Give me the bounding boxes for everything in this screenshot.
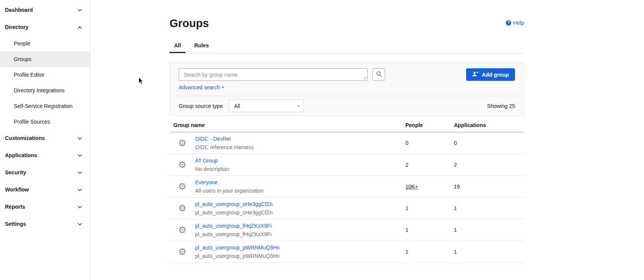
group-description: All users in your organization [195,187,405,195]
group-name-link[interactable]: pl_auto_usergroup_sHe3ggCfZn [195,200,405,208]
gear-icon: ⚙ [178,138,187,148]
filter-row: Group source type All ▾ Showing 25 [170,96,524,116]
group-name-cell: pl_auto_usergroup_pWRNMuQ3Hn pl_auto_use… [195,243,405,260]
caret-down-icon: ▾ [297,104,299,108]
sidebar-item-settings[interactable]: Settings [0,216,90,233]
group-name-cell: pl_auto_usergroup_sHe3ggCfZn pl_auto_use… [195,200,405,217]
chevron-down-icon [77,188,82,191]
group-name-cell: Everyone All users in your organization [195,178,405,195]
sidebar-item-label: Customizations [5,135,45,142]
people-count: 2 [405,162,454,168]
sidebar-item-label: Applications [5,152,37,159]
column-header-group-name: Group name [169,122,405,128]
help-label: Help [513,20,524,26]
add-group-label: Add group [482,72,509,78]
column-header-people: People [405,122,454,128]
gear-icon: ⚙ [178,160,187,169]
search-row: Add group Advanced search ▾ [170,63,524,96]
table-header-row: Group name People Applications [169,119,524,132]
search-input-wrap [179,68,368,81]
sidebar-item-label: Reports [5,203,25,211]
sidebar-item-applications[interactable]: Applications [0,147,90,164]
groups-page: Dashboard Directory People Groups Profil… [0,0,644,280]
tab-all[interactable]: All [169,42,186,53]
search-icon [376,71,382,78]
group-description: OIDC reference Harness [195,143,405,151]
chevron-down-icon [77,137,82,140]
sidebar-item-label: Dashboard [5,6,33,14]
sidebar-item-directory[interactable]: Directory [0,19,90,36]
group-source-type-select[interactable]: All ▾ [229,100,303,112]
group-icon: ⚙ [169,204,195,213]
sidebar-item-people[interactable]: People [0,36,90,51]
table-row: ⚙ Everyone All users in your organizatio… [169,176,524,198]
groups-table: Group name People Applications ⚙ OIDC - … [169,119,524,263]
chevron-up-icon [77,26,82,29]
group-name-link[interactable]: pl_auto_usergroup_pWRNMuQ3Hn [195,243,405,252]
people-count: 1 [405,249,454,255]
sidebar-item-customizations[interactable]: Customizations [0,130,90,147]
chevron-down-icon [77,223,82,226]
gear-icon: ⚙ [178,225,187,235]
applications-count: 1 [454,205,524,211]
advanced-search-link[interactable]: Advanced search ▾ [179,84,224,90]
table-row: ⚙ pl_auto_usergroup_pWRNMuQ3Hn pl_auto_u… [169,241,524,263]
people-count-link[interactable]: 10K+ [405,183,418,190]
gear-icon: ⚙ [178,182,187,191]
sidebar-item-security[interactable]: Security [0,164,90,181]
advanced-search-label: Advanced search [179,84,220,90]
add-group-button[interactable]: Add group [466,68,515,81]
group-description: No description [195,165,405,173]
mouse-cursor [138,77,144,87]
sidebar-item-profile-sources[interactable]: Profile Sources [0,114,90,130]
main-content: ? Help Groups All Rules Add group [169,0,524,280]
sidebar-item-label: Directory [5,24,28,31]
column-header-applications: Applications [454,122,524,128]
group-name-link[interactable]: Everyone [195,178,405,187]
help-link[interactable]: ? Help [506,20,524,26]
group-name-link[interactable]: pl_auto_usergroup_fHqZKzX9Fi [195,222,405,230]
sidebar-item-groups[interactable]: Groups [0,51,90,67]
help-icon: ? [506,20,511,26]
gear-icon: ⚙ [178,247,187,256]
table-row: ⚙ pl_auto_usergroup_sHe3ggCfZn pl_auto_u… [169,198,524,219]
group-name-link[interactable]: AT Group [195,156,405,165]
group-name-cell: pl_auto_usergroup_fHqZKzX9Fi pl_auto_use… [195,222,405,238]
group-name-link[interactable]: OIDC - DevRel [195,135,405,143]
sidebar: Dashboard Directory People Groups Profil… [0,0,90,280]
group-description: pl_auto_usergroup_sHe3ggCfZn [195,208,405,217]
group-description: pl_auto_usergroup_pWRNMuQ3Hn [195,252,405,260]
group-name-cell: AT Group No description [195,156,405,173]
table-row: ⚙ pl_auto_usergroup_fHqZKzX9Fi pl_auto_u… [169,219,524,241]
applications-count: 19 [454,183,524,190]
add-user-icon [472,71,479,78]
sidebar-item-profile-editor[interactable]: Profile Editor [0,67,90,83]
tab-bar: All Rules [169,42,524,53]
sidebar-item-label: Workflow [5,186,29,193]
chevron-down-icon [77,206,82,209]
table-row: ⚙ OIDC - DevRel OIDC reference Harness 0… [169,132,524,154]
sidebar-item-reports[interactable]: Reports [0,198,90,216]
sidebar-item-workflow[interactable]: Workflow [0,181,90,198]
sidebar-item-dashboard[interactable]: Dashboard [0,2,90,19]
group-icon: ⚙ [169,225,195,235]
applications-count: 1 [454,249,524,255]
caret-down-icon: ▾ [222,85,224,89]
applications-count: 0 [454,140,524,146]
group-name-cell: OIDC - DevRel OIDC reference Harness [195,135,405,151]
applications-count: 1 [454,227,524,233]
sidebar-item-self-service-registration[interactable]: Self-Service Registration [0,98,90,114]
group-icon: ⚙ [169,138,195,148]
applications-count: 2 [454,162,524,168]
search-input[interactable] [179,68,368,81]
table-row: ⚙ AT Group No description 2 2 [169,154,524,176]
gear-icon: ⚙ [178,204,187,213]
sidebar-item-label: Settings [5,220,26,228]
search-button[interactable] [373,68,385,81]
select-value: All [234,103,240,109]
group-icon: ⚙ [169,160,195,169]
people-count: 1 [405,227,454,233]
sidebar-item-directory-integrations[interactable]: Directory Integrations [0,83,90,98]
tab-rules[interactable]: Rules [190,42,213,53]
people-count: 0 [405,140,454,146]
